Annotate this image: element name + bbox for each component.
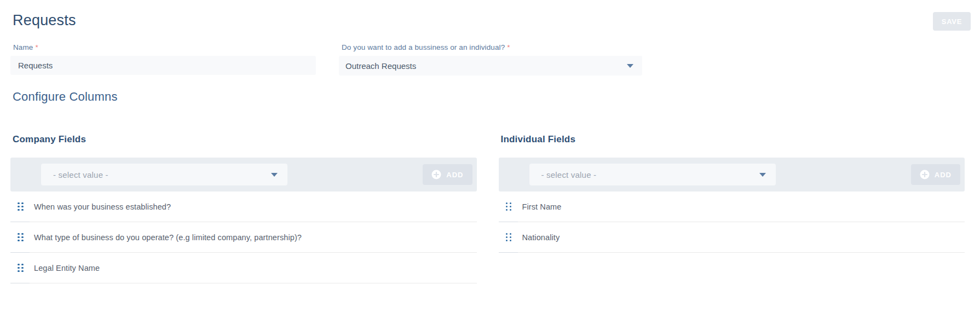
individual-field-list: First Name Nationality (499, 191, 965, 253)
drag-handle-icon[interactable] (506, 233, 512, 242)
type-dropdown[interactable]: Outreach Requests (339, 56, 642, 76)
save-button[interactable]: SAVE (933, 12, 971, 31)
type-field-group: Do you want to add a bussiness or an ind… (339, 43, 642, 76)
field-list-item[interactable]: When was your business established? (10, 191, 477, 222)
field-item-label: What type of business do you operate? (e… (30, 222, 477, 253)
name-label: Name* (13, 43, 316, 51)
drag-handle-cell (10, 191, 30, 222)
drag-handle-cell (10, 222, 30, 253)
company-select-placeholder: - select value - (53, 170, 271, 179)
company-select-bar: - select value - ADD (10, 158, 477, 191)
field-item-label: Legal Entity Name (30, 253, 477, 283)
individual-fields-title: Individual Fields (499, 134, 965, 145)
company-add-label: ADD (446, 171, 463, 179)
individual-select-bar: - select value - ADD (499, 158, 965, 191)
columns-container: Company Fields - select value - ADD (10, 134, 965, 283)
company-value-select[interactable]: - select value - (41, 164, 287, 185)
caret-down-icon (759, 173, 766, 177)
plus-circle-icon (431, 170, 441, 179)
requests-page: Requests SAVE Name* Do you want to add a… (0, 0, 980, 325)
caret-down-icon (271, 173, 278, 177)
required-asterisk: * (35, 43, 38, 51)
field-list-item[interactable]: First Name (499, 191, 965, 222)
field-list-item[interactable]: Nationality (499, 222, 965, 253)
type-dropdown-value: Outreach Requests (345, 61, 627, 71)
field-item-label: First Name (518, 191, 965, 222)
required-asterisk: * (507, 43, 510, 51)
drag-handle-icon[interactable] (18, 233, 24, 242)
page-title: Requests (10, 12, 965, 29)
individual-select-placeholder: - select value - (541, 170, 759, 179)
company-fields-column: Company Fields - select value - ADD (10, 134, 477, 283)
drag-handle-icon[interactable] (506, 202, 512, 211)
company-field-list: When was your business established? What… (10, 191, 477, 283)
name-input[interactable] (10, 56, 316, 75)
drag-handle-cell (499, 191, 518, 222)
field-item-label: Nationality (518, 222, 965, 253)
form-row: Name* Do you want to add a bussiness or … (10, 43, 965, 76)
drag-handle-cell (10, 253, 30, 283)
company-add-button[interactable]: ADD (423, 164, 472, 185)
individual-add-button[interactable]: ADD (911, 164, 960, 185)
field-item-label: When was your business established? (30, 191, 477, 222)
field-list-item[interactable]: Legal Entity Name (10, 253, 477, 283)
name-field-group: Name* (10, 43, 316, 76)
individual-add-label: ADD (935, 171, 952, 179)
individual-value-select[interactable]: - select value - (529, 164, 776, 185)
type-label: Do you want to add a bussiness or an ind… (342, 43, 642, 51)
configure-columns-title: Configure Columns (10, 90, 965, 104)
field-list-item[interactable]: What type of business do you operate? (e… (10, 222, 477, 253)
plus-circle-icon (920, 170, 930, 179)
drag-handle-icon[interactable] (18, 264, 24, 272)
company-fields-title: Company Fields (10, 134, 477, 145)
individual-fields-column: Individual Fields - select value - ADD (499, 134, 965, 283)
caret-down-icon (627, 64, 633, 68)
drag-handle-cell (499, 222, 518, 253)
drag-handle-icon[interactable] (18, 202, 24, 211)
